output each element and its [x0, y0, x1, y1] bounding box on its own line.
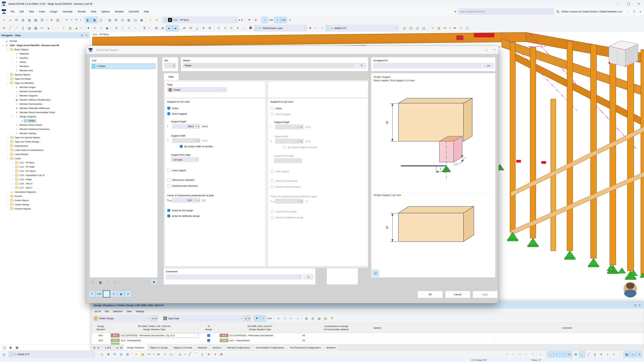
page-last-button[interactable]: ▶▏ — [120, 345, 124, 351]
layers-background-icon[interactable]: ≡ — [216, 25, 222, 31]
edit-table-icon[interactable]: ▦ — [140, 351, 146, 357]
table-row-ds1[interactable]: DS1ULSULS (STR/GEO) - Permanent and tran… — [92, 333, 644, 338]
jump-flag-icon[interactable]: ⚐ — [260, 316, 266, 322]
tab-ultimate-configurations[interactable]: Ultimate Configurations — [224, 345, 253, 351]
page-first-button[interactable]: ▕◀ — [92, 345, 96, 351]
tree-item[interactable]: ›Results — [0, 194, 90, 198]
section-view-icon[interactable]: ∩ — [98, 25, 104, 31]
ok-button[interactable]: OK — [418, 291, 443, 298]
close-panel-icon[interactable]: ✕ — [84, 33, 88, 37]
mdi-close-button[interactable]: ✕ — [638, 9, 643, 14]
show-results-icon[interactable]: ↓ — [274, 17, 280, 23]
expand-icon[interactable]: › — [6, 199, 10, 201]
reinforcement-y-checkbox[interactable] — [270, 185, 274, 188]
web-globe-icon[interactable]: ◍ — [316, 316, 322, 322]
calculation-diagram-icon[interactable]: ∿ — [92, 25, 98, 31]
excel-export-icon[interactable]: ⊞ — [304, 316, 310, 322]
grid-info-icon[interactable]: ∷ — [504, 351, 510, 357]
visibility-menu-icon[interactable]: ▾ — [148, 25, 150, 31]
panel-close-icon[interactable]: ✕ — [638, 303, 642, 307]
layers-visibility-icon[interactable]: ≡ — [228, 25, 234, 31]
table-input-icon[interactable]: ▥ — [107, 17, 113, 23]
restore-button[interactable] — [623, 0, 634, 7]
cancel-button[interactable]: Cancel — [445, 291, 470, 298]
tab-design-situations[interactable]: Design Situations — [124, 345, 147, 351]
new-dimension-slope-icon[interactable]: XX — [452, 25, 458, 31]
rotate-view-icon[interactable]: ⟳ — [112, 351, 118, 357]
filter-loads-icon[interactable]: ▼ — [246, 17, 252, 23]
expand-icon[interactable]: › — [6, 137, 10, 139]
redo-menu-icon[interactable]: ▾ — [80, 17, 82, 23]
formula-icon[interactable]: ƒx — [125, 291, 131, 297]
table-goto-icon[interactable]: ⊞ — [113, 17, 119, 23]
menu-edit[interactable]: Edit — [17, 10, 26, 13]
camera-icon[interactable]: ▣ — [14, 345, 20, 351]
box-select-icon[interactable]: ⊡ — [118, 351, 124, 357]
new-dimension-icon[interactable]: X⊣ — [442, 25, 448, 31]
tab-members[interactable]: Members — [324, 345, 338, 351]
expand-icon[interactable]: › — [6, 74, 10, 76]
new-item-icon[interactable]: ✶ — [90, 279, 96, 285]
search-icon[interactable] — [556, 10, 559, 13]
tab-objects-to-design[interactable]: Objects to Design — [147, 345, 171, 351]
new-imposed-load-icon[interactable]: ▦ — [67, 25, 73, 31]
cell-to-design[interactable]: ✓ — [198, 333, 219, 338]
table-help-icon[interactable]: ? — [329, 316, 335, 322]
rename-button[interactable]: ✎ — [357, 63, 366, 68]
column-header-c3[interactable]: ToDesign — [198, 323, 219, 333]
layers-status-icon[interactable]: ≡ — [636, 351, 642, 357]
layer-filter-icon[interactable]: ▼ — [307, 25, 313, 31]
by-section-y-checkbox[interactable] — [283, 146, 286, 149]
undo-menu-icon[interactable]: ▾ — [70, 17, 73, 23]
collapse-icon[interactable]: ∨ — [6, 157, 10, 160]
symbol-person-icon[interactable]: ✶ — [162, 351, 168, 357]
column-left-icon[interactable]: ⇤ — [288, 316, 294, 322]
work-point-icon[interactable]: ⊕ — [160, 25, 166, 31]
color-scheme-icon[interactable] — [103, 291, 110, 297]
spinner-icon[interactable]: ▲▼ — [194, 124, 197, 128]
group-prev-button[interactable]: ◀ — [244, 315, 248, 322]
view-in-y-icon[interactable]: ◳ — [414, 25, 420, 31]
visibility-mode-icon[interactable]: ∇ — [142, 25, 148, 31]
new-from-template-icon[interactable]: ✱ — [48, 17, 54, 23]
printout-report-icon[interactable]: ▤ — [55, 17, 61, 23]
tree-item[interactable]: ▦Member Stiffness Modifications — [0, 98, 90, 102]
tab-fire-resistance-configurations[interactable]: Fire Resistance Configurations — [287, 345, 324, 351]
table-grid-icon[interactable]: ◳ — [132, 17, 138, 23]
name-field[interactable]: Timber — [183, 63, 356, 68]
fire-design-z-checkbox[interactable]: ✓ — [167, 209, 170, 212]
view-in-z-icon[interactable]: ◲ — [420, 25, 427, 31]
result-diagrams-icon[interactable]: ∿ — [287, 17, 293, 23]
tree-item[interactable]: ∨Basic Objects — [0, 47, 90, 52]
show-loads-icon[interactable]: ↓ — [262, 17, 268, 23]
spotlight-icon[interactable]: ◉ — [138, 17, 144, 23]
delete-object-icon[interactable]: ✕ — [200, 25, 206, 31]
expand-icon[interactable]: › — [11, 86, 15, 88]
snap-line-icon[interactable]: ╱ — [586, 351, 592, 357]
column-header-c6[interactable]: Options — [372, 323, 493, 333]
tree-item[interactable]: ∨⊤Design Supports — [0, 114, 90, 119]
menu-calculate[interactable]: Calculate — [60, 10, 75, 13]
tree-item[interactable]: ›Guide Objects — [0, 198, 90, 202]
snap-magnet-icon[interactable]: ∩ — [547, 351, 553, 357]
grid-pin-icon[interactable]: ∷ — [530, 351, 536, 357]
reinforcement-z-checkbox[interactable] — [167, 184, 170, 187]
expand-icon[interactable]: › — [11, 178, 15, 180]
tree-item[interactable]: DMember Definable Stiffnesses — [0, 106, 90, 110]
menu-options[interactable]: Options — [99, 10, 112, 13]
detail-arrow-icon[interactable]: ▶ — [197, 125, 200, 127]
to-design-checkbox[interactable]: ✓ — [207, 334, 210, 337]
type-combo[interactable]: Timber ∨ — [167, 87, 227, 92]
expand-icon[interactable]: › — [11, 162, 15, 164]
snap-perpendicular-icon[interactable]: ∟ — [579, 351, 585, 357]
deflection-design-z-checkbox[interactable]: ✓ — [167, 215, 170, 217]
app-menu-icon[interactable] — [1, 8, 7, 14]
snap-dots-icon[interactable]: ∴ — [617, 351, 623, 357]
notes-icon[interactable]: ▤ — [322, 316, 328, 322]
dim-menu-icon[interactable]: ▾ — [152, 351, 155, 357]
tree-item[interactable]: ›Types for Special Objects — [0, 135, 90, 140]
display-properties-icon[interactable]: A — [110, 291, 117, 297]
table-group-combo[interactable]: ▦ Input Data ∨ — [162, 316, 244, 322]
float-panel-icon[interactable]: ◱ — [80, 33, 84, 37]
table-layers-icon[interactable]: ▧ — [126, 17, 132, 23]
